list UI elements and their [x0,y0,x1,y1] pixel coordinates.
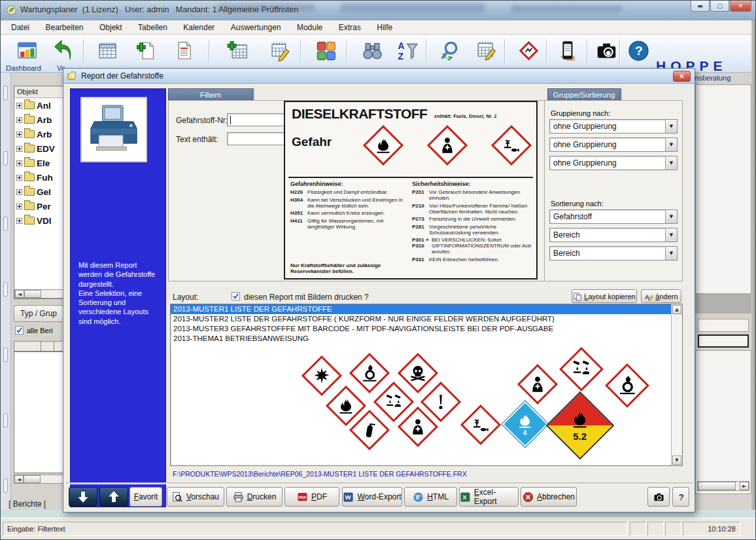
word-export-button[interactable]: W Word-Export [342,487,402,507]
edit-calendar-2-button[interactable] [471,37,501,64]
menu-datei[interactable]: Datei [5,20,36,35]
document-button[interactable] [169,37,199,64]
sort-filter-button[interactable]: AZ [392,37,422,64]
horizontal-scrollbar[interactable]: ► [697,481,749,491]
menu-module[interactable]: Module [290,20,329,35]
sorting-select-1[interactable]: Gefahrstoff▼ [549,209,678,224]
copy-layout-button[interactable]: Layout kopieren [572,289,637,303]
dialog-close-button[interactable]: ✕ [673,71,691,82]
text-enthaelt-input[interactable] [227,132,284,145]
add-calendar-button[interactable] [222,37,252,64]
grouping-select-1[interactable]: ohne Gruppierung▼ [549,119,678,134]
expand-icon[interactable] [16,189,22,195]
layout-list[interactable]: 2013-MUSTER1 LISTE DER GEFAHRSTOFFE 2013… [170,304,683,466]
scroll-down-arrow[interactable]: ▼ [672,456,681,465]
edit-calendar-button[interactable] [265,37,295,64]
tree-item[interactable]: Arb [14,113,64,127]
expand-icon[interactable] [16,146,22,152]
grouping-select-3[interactable]: ohne Gruppierung▼ [549,156,678,170]
tree-item[interactable]: Arb [14,127,64,141]
new-document-button[interactable] [131,37,161,64]
layout-item[interactable]: 2013-THEMA1 BETRIEBSANWEISUNG [171,334,671,344]
favorit-button[interactable]: Favorit [129,487,162,507]
menu-kalender[interactable]: Kalender [177,20,221,35]
html-button[interactable]: e HTML [404,487,457,507]
drucken-button[interactable]: Drucken [226,487,283,507]
close-button[interactable]: ✕ [730,1,751,12]
dropdown-button[interactable]: ▼ [665,156,677,170]
expand-icon[interactable] [16,103,22,109]
dropdown-button[interactable]: ▼ [665,120,677,133]
hazard-report-button[interactable] [513,37,543,64]
tree-item[interactable]: Fuh [14,170,64,185]
search-button[interactable] [357,37,387,64]
grouping-select-2[interactable]: ohne Gruppierung▼ [549,137,678,152]
sorting-select-2[interactable]: Bereich▼ [549,228,678,242]
layout-item-selected[interactable]: 2013-MUSTER1 LISTE DER GEFAHRSTOFFE [171,304,671,314]
minimize-button[interactable]: ▬ [691,1,710,12]
calendar-button[interactable] [92,37,122,64]
gefahrstoff-nr-input[interactable] [227,113,284,126]
grip-handle[interactable] [3,151,8,166]
grip-handle[interactable] [3,348,8,362]
back-button[interactable] [48,37,78,64]
report-list[interactable] [14,351,65,473]
dashboard-button[interactable] [12,37,42,64]
tree-item[interactable]: Ele [14,156,64,170]
dropdown-button[interactable]: ▼ [665,210,677,223]
dropdown-button[interactable]: ▼ [665,247,677,260]
grip-handle[interactable] [3,478,8,493]
tree-item[interactable]: Anl [14,98,64,113]
scroll-left-arrow[interactable]: ◄ [14,475,24,483]
tree-item[interactable]: Per [14,199,64,213]
excel-export-button[interactable]: X Excel-Export [459,487,519,507]
scroll-right-arrow[interactable]: ► [740,482,749,490]
scroll-up-arrow[interactable]: ▲ [672,305,681,314]
layout-list-scrollbar[interactable]: ▲ ▼ [671,304,682,465]
grip-handle[interactable] [3,86,8,100]
grip-handle[interactable] [3,282,8,297]
print-images-checkbox[interactable] [232,292,240,300]
menu-objekt[interactable]: Objekt [93,20,129,35]
dialog-screenshot-button[interactable] [647,487,670,507]
expand-icon[interactable] [16,218,22,224]
layout-item[interactable]: 2013-MUSTER3 GEFAHRSTOFFFE MIT BARCODE -… [171,324,671,334]
dropdown-button[interactable]: ▼ [665,138,677,151]
layout-item[interactable]: 2013-MUSTER2 LISTE DER GEFAHRSTOFFE ( KU… [171,314,671,324]
tab-typ-gruppe[interactable]: Typ / Grup [14,305,63,322]
tree-horizontal-scrollbar[interactable]: ◄ [14,289,64,298]
expand-icon[interactable] [16,132,22,137]
vorschau-button[interactable]: Vorschau [167,487,224,507]
menu-hilfe[interactable]: Hilfe [370,20,399,35]
abbrechen-button[interactable]: Abbrechen [521,487,577,507]
sorting-select-3[interactable]: Bereich▼ [549,246,678,261]
tree-item[interactable]: EDV [14,141,64,156]
screenshot-button[interactable] [591,37,621,64]
change-layout-button[interactable]: A ändern [641,289,681,303]
expand-icon[interactable] [16,117,22,123]
scrollbar-thumb[interactable] [698,482,736,490]
all-reports-filter[interactable]: alle Beri [15,326,53,334]
mobile-app-button[interactable] [551,37,581,64]
menu-tabellen[interactable]: Tabellen [131,20,174,35]
grip-handle[interactable] [3,217,8,231]
all-reports-checkbox[interactable] [15,326,24,334]
scroll-left-arrow[interactable]: ◄ [15,290,24,298]
expand-icon[interactable] [16,204,22,209]
pdf-button[interactable]: PDF PDF [284,487,339,507]
menu-bearbeiten[interactable]: Bearbeiten [39,20,90,35]
tree-item[interactable]: VDI [14,213,64,228]
tree-item[interactable]: Gel [14,185,64,199]
move-down-button[interactable] [69,487,97,507]
tab-filtern[interactable]: Filtern [168,88,253,100]
tab-gruppe-sortierung[interactable]: Gruppe/Sortierung [547,88,621,100]
menu-extras[interactable]: Extras [332,20,368,35]
move-up-button[interactable] [99,487,128,507]
expand-icon[interactable] [16,175,22,181]
modules-button[interactable] [311,37,341,64]
grip-handle[interactable] [3,413,8,427]
expand-icon[interactable] [16,160,22,166]
search-refresh-button[interactable] [434,37,464,64]
maximize-button[interactable]: ▢ [710,1,729,12]
scrollbar-thumb[interactable] [24,475,41,483]
